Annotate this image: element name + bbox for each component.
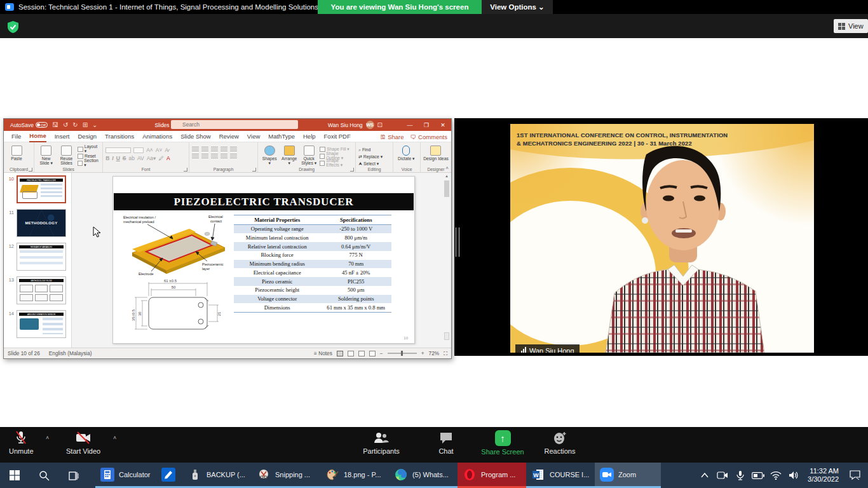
- participants-button[interactable]: Participants: [356, 430, 407, 455]
- decrease-indent-icon[interactable]: [211, 147, 218, 152]
- fit-slide-icon[interactable]: ⛶: [444, 350, 447, 357]
- action-center-icon[interactable]: [845, 463, 864, 488]
- increase-indent-icon[interactable]: [220, 147, 227, 152]
- normal-view-icon[interactable]: [337, 351, 343, 356]
- share-button[interactable]: 🖻 Share: [380, 133, 404, 140]
- taskbar-app-calculator[interactable]: Calculator: [95, 463, 156, 488]
- tab-design[interactable]: Design: [78, 131, 97, 142]
- shapes-button[interactable]: Shapes ▾: [261, 144, 278, 166]
- start-button[interactable]: [0, 463, 29, 488]
- tray-chevron-icon[interactable]: [697, 463, 712, 488]
- tray-camera-icon[interactable]: [715, 463, 730, 488]
- line-spacing-icon[interactable]: [230, 147, 237, 152]
- arrange-button[interactable]: Arrange ▾: [280, 144, 298, 166]
- tray-wifi-icon[interactable]: [768, 463, 783, 488]
- scrollbar-thumb-secondary[interactable]: [444, 332, 449, 340]
- taskbar-clock[interactable]: 11:32 AM 3/30/2022: [804, 467, 843, 484]
- taskbar-app-opera[interactable]: Program ...: [458, 463, 526, 488]
- highlight-icon[interactable]: 🖉: [158, 155, 164, 161]
- redo-icon[interactable]: ↻: [72, 122, 78, 128]
- tab-file[interactable]: File: [11, 131, 21, 142]
- bullets-icon[interactable]: [192, 147, 199, 152]
- scrollbar-thumb[interactable]: [444, 180, 449, 197]
- font-color-icon[interactable]: A: [166, 155, 170, 161]
- undo-icon[interactable]: ↺: [63, 122, 68, 128]
- select-button[interactable]: ⮝Select ▾: [358, 161, 383, 166]
- save-icon[interactable]: 🖫: [52, 122, 58, 128]
- italic-icon[interactable]: I: [112, 155, 113, 161]
- taskbar-app-zoom[interactable]: Zoom: [595, 463, 661, 488]
- slide-thumbnail-12[interactable]: RESEARCH VARIABLES: [17, 243, 66, 271]
- justify-icon[interactable]: [220, 154, 227, 159]
- tray-microphone-icon[interactable]: [733, 463, 748, 488]
- panel-resize-handle[interactable]: [456, 227, 459, 257]
- tray-battery-icon[interactable]: [750, 463, 766, 488]
- zoom-in-icon[interactable]: +: [421, 350, 424, 356]
- tab-slideshow[interactable]: Slide Show: [180, 131, 211, 142]
- unmute-button[interactable]: Unmute: [9, 430, 34, 455]
- preview-icon[interactable]: ⊞: [83, 122, 88, 128]
- clear-format-icon[interactable]: A̷: [165, 147, 168, 153]
- video-options-caret[interactable]: ˄: [113, 435, 116, 441]
- tray-volume-icon[interactable]: [786, 463, 801, 488]
- align-center-icon[interactable]: [201, 154, 208, 159]
- shadow-icon[interactable]: ab: [129, 155, 135, 161]
- vertical-scrollbar[interactable]: ▲: [444, 173, 450, 348]
- notes-button[interactable]: ≡ Notes: [314, 350, 332, 356]
- replace-button[interactable]: ⇄Replace ▾: [358, 154, 383, 159]
- align-right-icon[interactable]: [211, 154, 218, 159]
- section-button[interactable]: Section ▾: [78, 160, 100, 166]
- slide-thumbnail-11[interactable]: METHODOLOGY: [17, 209, 66, 237]
- zoom-out-icon[interactable]: −: [380, 350, 383, 356]
- taskbar-app-backup[interactable]: BACKUP (...: [183, 463, 252, 488]
- slide-thumbnail-13[interactable]: METHODOLOGY FLOW: [17, 276, 66, 304]
- minimize-button[interactable]: —: [402, 119, 418, 131]
- autosave-toggle[interactable]: AutoSave Off: [10, 122, 48, 128]
- taskbar-app-mail[interactable]: [156, 463, 183, 488]
- numbering-icon[interactable]: [201, 147, 208, 152]
- bold-icon[interactable]: B: [105, 155, 109, 161]
- slide-thumbnail-14[interactable]: ARDUINO VIBRATION SENSOR: [17, 310, 66, 338]
- find-button[interactable]: ⌕Find: [358, 147, 383, 152]
- tab-review[interactable]: Review: [219, 131, 239, 142]
- tab-transitions[interactable]: Transitions: [105, 131, 134, 142]
- columns-icon[interactable]: [230, 154, 237, 159]
- tab-animations[interactable]: Animations: [142, 131, 172, 142]
- slide-sorter-icon[interactable]: [348, 351, 354, 356]
- unmute-options-caret[interactable]: ˄: [46, 435, 49, 441]
- task-view-button[interactable]: [58, 463, 88, 488]
- font-name-dropdown[interactable]: [105, 147, 131, 153]
- search-input[interactable]: [171, 120, 298, 129]
- underline-icon[interactable]: U: [116, 155, 120, 161]
- language-indicator[interactable]: English (Malaysia): [49, 350, 92, 356]
- tab-mathtype[interactable]: MathType: [268, 131, 295, 142]
- close-button[interactable]: ✕: [435, 119, 451, 131]
- char-spacing-icon[interactable]: AV: [137, 155, 144, 161]
- taskbar-app-snipping-tool[interactable]: Snipping ...: [252, 463, 320, 488]
- slide-canvas[interactable]: PIEZOELECTRIC TRANSDUCER Electrical insu…: [112, 176, 415, 344]
- chat-button[interactable]: Chat: [430, 430, 463, 455]
- view-grid-button[interactable]: View: [834, 19, 868, 33]
- tab-home[interactable]: Home: [29, 131, 46, 142]
- share-screen-button[interactable]: ↑ Share Screen: [473, 430, 532, 456]
- comments-button[interactable]: 🗨 Comments: [410, 133, 447, 140]
- tab-foxit-pdf[interactable]: Foxit PDF: [324, 131, 351, 142]
- collapse-ribbon-icon[interactable]: ˄: [445, 165, 449, 171]
- font-size-dropdown[interactable]: [133, 147, 144, 153]
- quick-styles-button[interactable]: Quick Styles ▾: [300, 144, 318, 166]
- align-left-icon[interactable]: [192, 154, 199, 159]
- taskbar-app-whatsapp-edge[interactable]: (5) Whats...: [389, 463, 458, 488]
- tab-view[interactable]: View: [247, 131, 260, 142]
- change-case-icon[interactable]: Aa▾: [147, 155, 156, 161]
- taskbar-app-paint[interactable]: 18.png - P...: [320, 463, 389, 488]
- avatar[interactable]: WS: [366, 121, 374, 129]
- restore-button[interactable]: ❐: [418, 119, 435, 131]
- layout-button[interactable]: Layout ▾: [78, 146, 100, 152]
- qat-more-icon[interactable]: ⌄: [92, 122, 97, 128]
- ribbon-display-options-icon[interactable]: ⊡: [377, 122, 383, 128]
- paste-button[interactable]: Paste: [6, 144, 27, 161]
- zoom-level[interactable]: 72%: [429, 350, 440, 356]
- slide-thumbnail-10[interactable]: PIEZOELECTRIC TRANSDUCER: [17, 175, 66, 203]
- tab-help[interactable]: Help: [303, 131, 316, 142]
- scroll-up-icon[interactable]: ▲: [444, 173, 450, 179]
